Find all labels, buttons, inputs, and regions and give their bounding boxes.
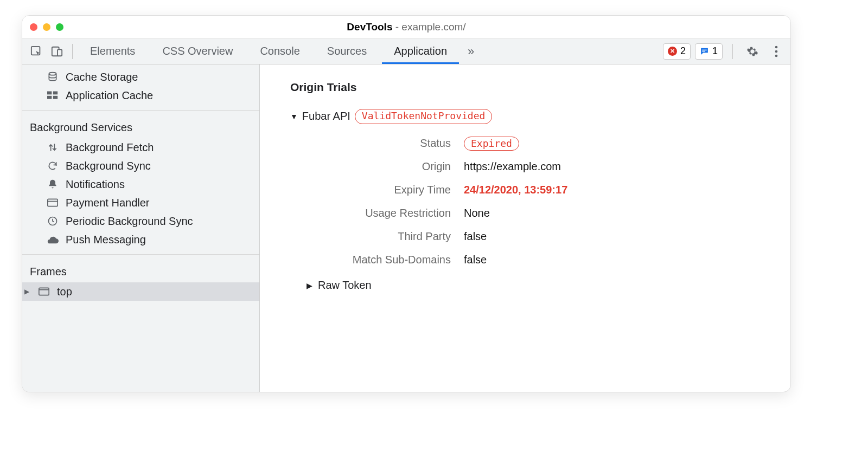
svg-rect-0 [31,46,40,55]
sidebar-item-label: Push Messaging [66,234,146,246]
tab-css-overview[interactable]: CSS Overview [150,38,245,64]
sidebar-item-payment-handler[interactable]: Payment Handler [22,193,259,212]
tab-application[interactable]: Application [382,38,459,64]
field-label: Usage Restriction [307,207,464,219]
sidebar-item-label: Background Sync [66,160,151,172]
errors-badge[interactable]: ✕ 2 [663,43,691,60]
trial-error-badge: ValidTokenNotProvided [355,109,493,124]
devtools-window: DevTools - example.com/ Elements [22,15,791,392]
sidebar-item-cache-storage[interactable]: Cache Storage [22,68,259,86]
tab-console[interactable]: Console [248,38,311,64]
sidebar-item-background-fetch[interactable]: Background Fetch [22,138,259,157]
field-label: Status [307,137,464,150]
errors-count: 2 [680,46,686,57]
inspect-element-icon[interactable] [27,41,46,62]
window-title-app: DevTools [347,21,392,33]
toolbar-divider [732,44,733,59]
sidebar-item-label: Application Cache [66,89,153,102]
third-party-value: false [464,230,790,243]
chevron-down-icon: ▼ [290,112,298,121]
tab-elements[interactable]: Elements [78,38,147,64]
sidebar-group-title: Frames [22,260,259,282]
cloud-icon [46,235,59,244]
origin-trials-panel: Origin Trials ▼ Fubar API ValidTokenNotP… [260,64,790,392]
error-icon: ✕ [668,47,677,56]
window-title: DevTools - example.com/ [22,21,790,33]
svg-rect-3 [702,50,707,50]
field-label: Third Party [307,230,464,243]
minimize-window-button[interactable] [43,23,50,31]
match-subdomains-value: false [464,254,790,266]
messages-badge[interactable]: 1 [695,43,723,60]
field-label: Match Sub-Domains [307,254,464,266]
sidebar-item-application-cache[interactable]: Application Cache [22,86,259,105]
sidebar-item-frame-top[interactable]: ▶ top [22,282,259,301]
sidebar-item-periodic-sync[interactable]: Periodic Background Sync [22,212,259,230]
titlebar: DevTools - example.com/ [22,16,790,38]
application-sidebar: Cache Storage Application Cache Backgrou… [22,64,260,392]
chevron-right-icon: ▶ [24,288,31,295]
field-label: Origin [307,160,464,173]
svg-rect-4 [702,51,705,51]
bell-icon [46,179,59,190]
clock-icon [46,216,59,227]
tab-sources[interactable]: Sources [315,38,379,64]
message-icon [700,47,709,56]
usage-value: None [464,207,790,219]
credit-card-icon [46,198,59,207]
panel-heading: Origin Trials [290,81,790,94]
origin-value: https://example.com [464,160,790,173]
sidebar-item-label: Periodic Background Sync [66,215,193,228]
sidebar-group-title: Background Services [22,116,259,138]
more-icon[interactable] [767,41,786,62]
window-icon [37,287,50,296]
svg-rect-16 [39,288,49,295]
svg-rect-2 [58,49,62,56]
settings-icon[interactable] [743,41,762,62]
sync-icon [46,160,59,171]
status-value: Expired [464,137,790,150]
messages-count: 1 [712,46,718,57]
up-down-arrows-icon [46,142,59,153]
sidebar-item-label: Notifications [66,178,125,191]
trial-name: Fubar API [302,110,350,122]
status-badge: Expired [464,137,519,151]
sidebar-item-background-sync[interactable]: Background Sync [22,157,259,175]
sidebar-item-label: Payment Handler [66,197,150,209]
grid-icon [46,91,59,100]
field-label: Expiry Time [307,184,464,196]
svg-point-7 [775,54,778,57]
svg-point-8 [49,73,56,75]
fullscreen-window-button[interactable] [56,23,63,31]
sidebar-item-notifications[interactable]: Notifications [22,175,259,193]
svg-rect-13 [48,199,58,206]
svg-rect-11 [47,96,52,99]
raw-token-row[interactable]: ▶ Raw Token [307,279,790,292]
sidebar-item-label: top [57,286,72,298]
trial-details: Status Expired Origin https://example.co… [307,137,790,267]
trial-row[interactable]: ▼ Fubar API ValidTokenNotProvided [290,109,790,124]
toolbar-divider [72,44,73,59]
panel-tabs: Elements CSS Overview Console Sources Ap… [78,38,480,64]
device-toolbar-icon[interactable] [47,41,67,62]
tabs-overflow-icon[interactable]: » [462,38,480,64]
sidebar-item-push-messaging[interactable]: Push Messaging [22,230,259,249]
svg-rect-10 [53,92,58,95]
svg-point-6 [775,50,778,53]
database-icon [46,72,59,82]
chevron-right-icon: ▶ [307,281,312,290]
svg-point-5 [775,46,778,48]
close-window-button[interactable] [30,23,37,31]
svg-rect-12 [53,96,58,99]
svg-rect-9 [47,92,52,95]
expiry-value: 24/12/2020, 13:59:17 [464,184,790,196]
window-title-sub: - example.com/ [392,21,465,33]
devtools-toolbar: Elements CSS Overview Console Sources Ap… [22,38,790,64]
sidebar-item-label: Background Fetch [66,141,154,154]
raw-token-label: Raw Token [318,279,372,292]
sidebar-item-label: Cache Storage [66,71,138,83]
